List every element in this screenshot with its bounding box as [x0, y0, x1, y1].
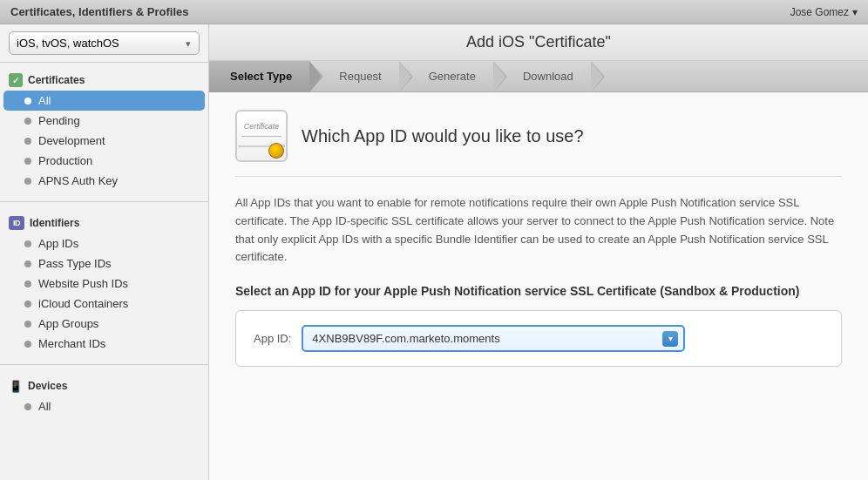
dot-icon	[24, 281, 31, 287]
sidebar-item-icloud-label: iCloud Containers	[38, 297, 128, 310]
content-body: Certificate ──────── ═══════════ Which A…	[209, 92, 868, 480]
wizard-step-generate-label: Generate	[429, 70, 476, 83]
platform-dropdown-container: iOS, tvOS, watchOS macOS tvOS	[0, 24, 208, 63]
wizard-step-request[interactable]: Request	[322, 61, 398, 92]
select-appid-section: Select an App ID for your Apple Push Not…	[235, 284, 842, 367]
dot-icon	[24, 178, 31, 185]
sidebar-item-app-groups[interactable]: App Groups	[0, 314, 208, 334]
gold-badge	[268, 143, 284, 159]
content-header: Add iOS "Certificate"	[209, 24, 868, 61]
sidebar: iOS, tvOS, watchOS macOS tvOS ✓ Certific…	[0, 24, 209, 480]
content-title: Add iOS "Certificate"	[223, 33, 854, 51]
wizard-step-download[interactable]: Download	[505, 61, 591, 92]
appid-field-label: App ID:	[254, 332, 291, 345]
wizard-step-generate[interactable]: Generate	[411, 61, 493, 92]
sidebar-item-website-push-ids[interactable]: Website Push IDs	[0, 274, 208, 294]
chevron-down-icon: ▾	[852, 6, 858, 18]
dot-icon	[24, 98, 31, 105]
sidebar-item-website-push-ids-label: Website Push IDs	[38, 277, 128, 290]
sidebar-item-pass-type-ids-label: Pass Type IDs	[38, 257, 112, 270]
sidebar-item-all[interactable]: All	[3, 91, 205, 111]
wizard-steps: Select Type Request Generate Download	[209, 61, 868, 92]
dot-icon	[24, 301, 31, 308]
platform-select[interactable]: iOS, tvOS, watchOS macOS tvOS	[9, 31, 200, 55]
appid-select[interactable]: 4XNB9BV89F.com.marketo.moments	[302, 325, 685, 352]
identifiers-label: Identifiers	[30, 217, 79, 229]
sidebar-section-devices: 📱 Devices All	[0, 368, 208, 423]
sidebar-item-merchant-ids-label: Merchant IDs	[38, 337, 105, 350]
certificates-label: Certificates	[28, 74, 85, 86]
dot-icon	[24, 118, 31, 125]
sidebar-divider-1	[0, 201, 208, 202]
sidebar-item-app-ids-label: App IDs	[38, 237, 78, 250]
sidebar-section-devices-header: 📱 Devices	[0, 375, 208, 396]
sidebar-section-certificates: ✓ Certificates All Pending Development P…	[0, 63, 208, 198]
user-name: Jose Gomez	[790, 6, 849, 18]
dot-icon	[24, 158, 31, 165]
main-layout: iOS, tvOS, watchOS macOS tvOS ✓ Certific…	[0, 24, 868, 480]
dot-icon	[24, 341, 31, 348]
dot-icon	[24, 260, 31, 267]
sidebar-item-production[interactable]: Production	[0, 151, 208, 171]
wizard-step-select-type-label: Select Type	[230, 70, 292, 83]
sidebar-item-production-label: Production	[38, 154, 92, 167]
dot-icon	[24, 321, 31, 328]
sidebar-item-devices-all-label: All	[38, 400, 51, 413]
sidebar-item-app-ids[interactable]: App IDs	[0, 233, 208, 254]
sidebar-item-devices-all[interactable]: All	[0, 396, 208, 416]
sidebar-item-development[interactable]: Development	[0, 131, 208, 151]
sidebar-item-merchant-ids[interactable]: Merchant IDs	[0, 334, 208, 354]
dot-icon	[24, 138, 31, 145]
sidebar-item-apns-auth-key[interactable]: APNS Auth Key	[0, 171, 208, 191]
sidebar-section-certificates-header: ✓ Certificates	[0, 70, 208, 91]
which-app-section: Certificate ──────── ═══════════ Which A…	[235, 110, 842, 177]
sidebar-item-pending[interactable]: Pending	[0, 111, 208, 131]
certificate-icon: Certificate ──────── ═══════════	[235, 110, 288, 162]
description-text: All App IDs that you want to enable for …	[235, 194, 842, 267]
sidebar-item-apns-label: APNS Auth Key	[38, 174, 118, 187]
sidebar-item-all-label: All	[38, 94, 51, 107]
which-app-heading: Which App ID would you like to use?	[302, 126, 584, 146]
wizard-step-request-label: Request	[339, 70, 381, 83]
sidebar-item-app-groups-label: App Groups	[38, 317, 98, 330]
devices-label: Devices	[28, 380, 67, 392]
page-title: Certificates, Identifiers & Profiles	[10, 5, 188, 18]
checkmark-icon: ✓	[9, 73, 23, 87]
id-icon: ID	[9, 216, 24, 230]
sidebar-divider-2	[0, 364, 208, 365]
sidebar-item-development-label: Development	[38, 134, 105, 147]
wizard-step-download-label: Download	[523, 70, 573, 83]
select-appid-label: Select an App ID for your Apple Push Not…	[235, 284, 842, 298]
appid-select-wrapper: 4XNB9BV89F.com.marketo.moments ▾	[302, 325, 685, 352]
sidebar-item-pass-type-ids[interactable]: Pass Type IDs	[0, 254, 208, 274]
user-menu[interactable]: Jose Gomez ▾	[790, 6, 858, 18]
content-area: Add iOS "Certificate" Select Type Reques…	[209, 24, 868, 480]
top-bar: Certificates, Identifiers & Profiles Jos…	[0, 0, 868, 24]
sidebar-item-pending-label: Pending	[38, 114, 80, 127]
sidebar-section-identifiers: ID Identifiers App IDs Pass Type IDs Web…	[0, 206, 208, 361]
device-icon: 📱	[9, 379, 23, 393]
sidebar-item-icloud-containers[interactable]: iCloud Containers	[0, 294, 208, 314]
sidebar-section-identifiers-header: ID Identifiers	[0, 213, 208, 233]
wizard-step-select-type[interactable]: Select Type	[209, 61, 309, 92]
appid-box: App ID: 4XNB9BV89F.com.marketo.moments ▾	[235, 310, 842, 367]
dot-icon	[24, 240, 31, 247]
dot-icon	[24, 403, 31, 410]
